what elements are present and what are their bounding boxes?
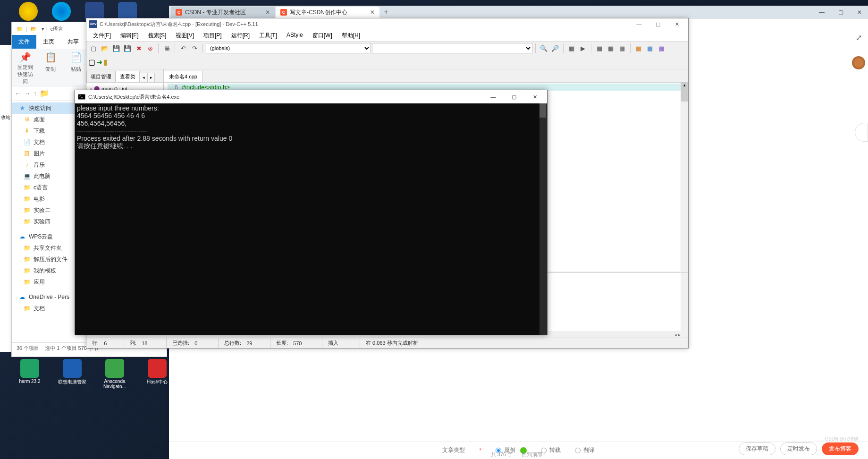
menu-item[interactable]: 文件[F] xyxy=(88,30,116,41)
menu-item[interactable]: 窗口[W] xyxy=(308,30,337,41)
classes-tab[interactable]: 查看类 xyxy=(116,71,140,82)
tab-close-icon[interactable]: ✕ xyxy=(370,9,375,16)
item-icon: 📁 xyxy=(23,267,31,274)
menu-item[interactable]: 项目[P] xyxy=(199,30,227,41)
music-app-icon[interactable] xyxy=(19,2,38,21)
browser-tab-active[interactable]: C 写文章-CSDN创作中心 ✕ xyxy=(276,7,379,18)
paste-icon: 📄 xyxy=(69,51,83,65)
cloud-icon: ☁ xyxy=(18,233,26,240)
minimize-icon[interactable]: — xyxy=(484,91,503,102)
save-icon[interactable]: 💾 xyxy=(111,43,121,53)
csdn-favicon-icon: C xyxy=(176,9,182,16)
globals-combo[interactable]: (globals) xyxy=(206,43,371,53)
close-icon[interactable]: ✕ xyxy=(853,8,866,17)
item-icon: 📁 xyxy=(23,256,31,263)
close-icon[interactable]: ✕ xyxy=(668,19,685,29)
new-tab-button[interactable]: ＋ xyxy=(380,7,392,18)
members-combo[interactable] xyxy=(372,43,532,53)
desktop-icon[interactable]: Anaconda Navigato... xyxy=(98,359,131,392)
replace-icon[interactable]: 🔎 xyxy=(550,43,560,53)
bookmark-icon[interactable]: ▢ xyxy=(88,58,95,67)
menu-item[interactable]: 帮助[H] xyxy=(337,30,365,41)
step-icon[interactable]: ▦ xyxy=(606,43,616,53)
grid2-icon[interactable]: ▦ xyxy=(645,43,655,53)
file-tab[interactable]: 未命名4.cpp xyxy=(164,71,202,82)
monkey-avatar-icon[interactable] xyxy=(852,56,865,69)
folder-icon: 📁 xyxy=(17,26,23,32)
stop-icon[interactable]: ▦ xyxy=(617,43,627,53)
devcpp-titlebar[interactable]: Dev C:\Users\zjl\Desktop\c语言\未命名4.cpp - … xyxy=(86,18,688,30)
publish-button[interactable]: 发布博客 xyxy=(822,442,859,455)
paste-button[interactable]: 📄 粘贴 xyxy=(67,51,85,83)
scroll-right-icon[interactable]: ▸ xyxy=(147,73,155,82)
ribbon-file-tab[interactable]: 文件 xyxy=(12,35,36,49)
radio-icon xyxy=(575,448,581,453)
save-all-icon[interactable]: 💾 xyxy=(122,43,133,53)
back-button[interactable]: ← xyxy=(15,90,21,97)
up-button[interactable]: ↑ xyxy=(34,90,37,97)
item-icon: 💻 xyxy=(23,173,31,179)
browser-tab[interactable]: C CSDN - 专业开发者社区 ✕ xyxy=(171,7,275,18)
project-tab[interactable]: 项目管理 xyxy=(86,71,116,82)
menu-item[interactable]: 搜索[S] xyxy=(143,30,171,41)
radio-translate[interactable]: 翻译 xyxy=(575,446,595,454)
item-icon: 📁 xyxy=(23,279,31,285)
item-icon: ⬇ xyxy=(23,128,31,134)
expand-icon[interactable]: ⤢ xyxy=(856,33,862,42)
desktop-icon[interactable]: harm 23.2 xyxy=(13,359,46,392)
panel-scrollbar[interactable] xyxy=(681,273,688,339)
minimize-icon[interactable]: — xyxy=(631,19,648,29)
menu-item[interactable]: AStyle xyxy=(282,30,308,41)
menu-item[interactable]: 视图[V] xyxy=(171,30,199,41)
console-output[interactable]: please input three numbers: 4564 56456 4… xyxy=(75,103,547,335)
find-icon[interactable]: 🔍 xyxy=(539,43,549,53)
editor-scrollbar[interactable]: ▴ xyxy=(681,83,688,272)
browser-tab-strip: C CSDN - 专业开发者社区 ✕ C 写文章-CSDN创作中心 ✕ ＋ — … xyxy=(169,6,868,19)
maximize-icon[interactable]: ▢ xyxy=(649,19,666,29)
menu-item[interactable]: 工具[T] xyxy=(254,30,282,41)
csdn-favicon-icon: C xyxy=(280,9,287,16)
minimize-icon[interactable]: — xyxy=(815,8,828,17)
grid3-icon[interactable]: ▦ xyxy=(656,43,666,53)
console-scrollbar[interactable] xyxy=(539,103,547,335)
grid-icon[interactable]: ▦ xyxy=(633,43,644,53)
maximize-icon[interactable]: ▢ xyxy=(505,91,523,102)
floating-button[interactable] xyxy=(855,123,868,142)
folder-icon: 📁 xyxy=(40,89,49,98)
desktop-icon[interactable]: 联想电脑管家 xyxy=(56,359,89,392)
goto-icon[interactable]: ➜ xyxy=(96,58,102,67)
cloud-icon: ☁ xyxy=(18,294,26,300)
console-window: C:\Users\zjl\Desktop\c语言\未命名4.exe — ▢ ✕ … xyxy=(75,90,548,335)
toggle-icon[interactable]: ▮ xyxy=(103,58,108,67)
open-icon[interactable]: 📂 xyxy=(100,43,110,53)
item-icon: 📁 xyxy=(23,305,31,312)
save-draft-button[interactable]: 保存草稿 xyxy=(739,442,775,455)
ribbon-home-tab[interactable]: 主页 xyxy=(36,35,61,49)
maximize-icon[interactable]: ▢ xyxy=(834,8,847,17)
star-icon: ★ xyxy=(18,105,26,111)
console-titlebar[interactable]: C:\Users\zjl\Desktop\c语言\未命名4.exe — ▢ ✕ xyxy=(75,90,547,103)
print-icon[interactable]: 🖶 xyxy=(161,43,172,53)
pin-button[interactable]: 📌 固定到 快速访问 xyxy=(16,51,34,83)
tab-close-icon[interactable]: ✕ xyxy=(265,9,270,16)
menu-item[interactable]: 编辑[E] xyxy=(116,30,143,41)
schedule-button[interactable]: 定时发布 xyxy=(780,442,817,455)
new-file-icon[interactable]: ▢ xyxy=(88,43,99,53)
compile-icon[interactable]: ▦ xyxy=(566,43,577,53)
close-icon[interactable]: ✕ xyxy=(525,91,544,102)
menu-item[interactable]: 运行[R] xyxy=(227,30,254,41)
debug-icon[interactable]: ▦ xyxy=(594,43,605,53)
pin-icon: 📌 xyxy=(18,51,32,63)
copy-button[interactable]: 📋 复制 xyxy=(41,51,60,83)
close-all-icon[interactable]: ⊗ xyxy=(145,43,155,53)
close-file-icon[interactable]: ✖ xyxy=(134,43,144,53)
undo-icon[interactable]: ↶ xyxy=(178,43,188,53)
scroll-left-icon[interactable]: ◂ xyxy=(140,73,147,82)
run-icon[interactable]: ▶ xyxy=(578,43,588,53)
forward-button[interactable]: → xyxy=(24,90,31,97)
window-title: C:\Users\zjl\Desktop\c语言\未命名4.cpp - [Exe… xyxy=(100,21,258,28)
redo-icon[interactable]: ↷ xyxy=(189,43,200,53)
tab-title: CSDN - 专业开发者社区 xyxy=(185,8,246,17)
ribbon-share-tab[interactable]: 共享 xyxy=(61,35,85,49)
edge-icon[interactable] xyxy=(52,2,71,21)
